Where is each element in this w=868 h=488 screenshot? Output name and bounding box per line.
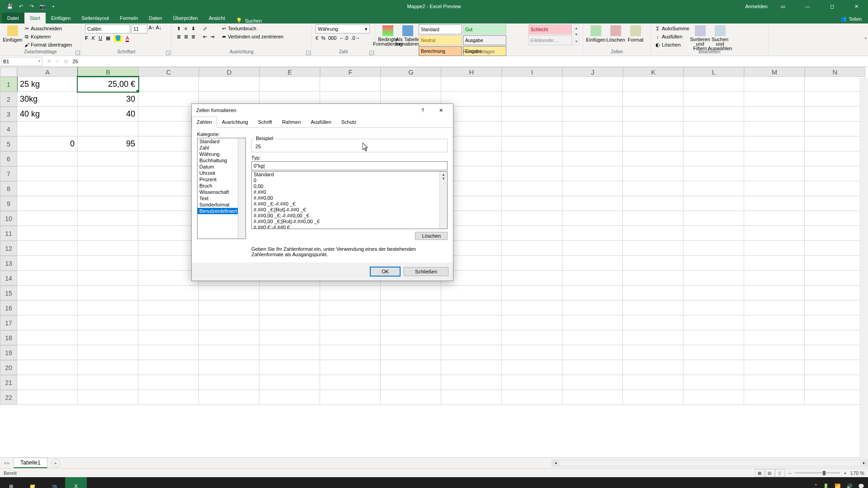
cell-C18[interactable] bbox=[138, 330, 199, 345]
row-header-3[interactable]: 3 bbox=[0, 107, 17, 122]
category-item[interactable]: Standard bbox=[198, 138, 245, 145]
tray-chevron-icon[interactable]: ˄ bbox=[815, 483, 817, 488]
cell-A21[interactable] bbox=[17, 375, 78, 390]
cell-L15[interactable] bbox=[684, 286, 744, 300]
tray-notifications-icon[interactable]: 💬 bbox=[858, 483, 864, 488]
cell-B16[interactable] bbox=[78, 300, 138, 315]
align-right-icon[interactable]: ≣ bbox=[190, 33, 196, 40]
zoom-slider[interactable] bbox=[795, 472, 840, 474]
cell-E21[interactable] bbox=[259, 375, 320, 390]
category-item[interactable]: Zahl bbox=[198, 145, 245, 151]
cell-L19[interactable] bbox=[684, 345, 744, 360]
cell-B1[interactable]: 25,00 € bbox=[78, 77, 138, 92]
cell-L10[interactable] bbox=[684, 211, 744, 226]
dialog-launcher-icon[interactable]: ↘ bbox=[369, 51, 374, 55]
cell-A3[interactable]: 40 kg bbox=[17, 107, 78, 122]
cell-N10[interactable] bbox=[805, 211, 865, 226]
cell-J13[interactable] bbox=[562, 256, 623, 271]
cell-A6[interactable] bbox=[17, 151, 78, 166]
tab-einfuegen[interactable]: Einfügen bbox=[46, 13, 76, 23]
cell-A10[interactable] bbox=[17, 211, 78, 226]
cell-N22[interactable] bbox=[805, 390, 865, 405]
row-header-9[interactable]: 9 bbox=[0, 196, 17, 211]
tray-volume-icon[interactable]: 🔊 bbox=[846, 483, 853, 488]
maximize-icon[interactable]: ◻ bbox=[823, 0, 841, 13]
minimize-icon[interactable]: — bbox=[798, 0, 816, 13]
cell-N18[interactable] bbox=[805, 330, 865, 345]
fx-icon[interactable]: fx bbox=[64, 59, 68, 64]
row-header-5[interactable]: 5 bbox=[0, 136, 17, 151]
row-header-16[interactable]: 16 bbox=[0, 300, 17, 315]
cell-J6[interactable] bbox=[562, 151, 623, 166]
cell-F17[interactable] bbox=[320, 315, 381, 330]
tab-formeln[interactable]: Formeln bbox=[114, 13, 143, 23]
cell-L1[interactable] bbox=[684, 77, 744, 92]
col-header-M[interactable]: M bbox=[744, 67, 805, 77]
tab-ansicht[interactable]: Ansicht bbox=[203, 13, 231, 23]
cell-E17[interactable] bbox=[259, 315, 320, 330]
cell-M17[interactable] bbox=[744, 315, 805, 330]
cell-L11[interactable] bbox=[684, 226, 744, 241]
cell-M4[interactable] bbox=[744, 122, 805, 136]
format-painter-button[interactable]: 🖌Format übertragen bbox=[24, 41, 72, 49]
cell-C5[interactable] bbox=[138, 136, 199, 151]
cell-J2[interactable] bbox=[562, 92, 623, 107]
sheet-nav-next-icon[interactable]: ▸ bbox=[7, 460, 10, 466]
page-layout-view-icon[interactable]: ▤ bbox=[765, 469, 775, 477]
cell-C1[interactable] bbox=[138, 77, 199, 92]
cell-G15[interactable] bbox=[381, 286, 441, 300]
orientation-icon[interactable]: ⤢ bbox=[202, 25, 208, 32]
cell-K17[interactable] bbox=[623, 315, 684, 330]
category-item[interactable]: Prozent bbox=[198, 176, 245, 183]
cell-B15[interactable] bbox=[78, 286, 138, 300]
zoom-out-icon[interactable]: − bbox=[788, 470, 791, 476]
save-icon[interactable]: 💾 bbox=[5, 2, 14, 11]
row-header-11[interactable]: 11 bbox=[0, 226, 17, 241]
dialog-launcher-icon[interactable]: ↘ bbox=[166, 51, 170, 55]
cell-E22[interactable] bbox=[259, 390, 320, 405]
typ-input[interactable] bbox=[251, 161, 448, 170]
row-header-8[interactable]: 8 bbox=[0, 181, 17, 196]
cell-N11[interactable] bbox=[805, 226, 865, 241]
row-header-4[interactable]: 4 bbox=[0, 122, 17, 136]
cell-B20[interactable] bbox=[78, 360, 138, 375]
category-item[interactable]: Uhrzeit bbox=[198, 170, 245, 176]
cell-K7[interactable] bbox=[623, 166, 684, 181]
cell-I1[interactable] bbox=[502, 77, 562, 92]
cell-L5[interactable] bbox=[684, 136, 744, 151]
cell-I2[interactable] bbox=[502, 92, 562, 107]
cell-I8[interactable] bbox=[502, 181, 562, 196]
col-header-K[interactable]: K bbox=[623, 67, 684, 77]
cell-N16[interactable] bbox=[805, 300, 865, 315]
enter-formula-icon[interactable]: ✓ bbox=[56, 58, 60, 64]
cell-D16[interactable] bbox=[199, 300, 259, 315]
comma-icon[interactable]: 000 bbox=[328, 35, 336, 41]
cell-A13[interactable] bbox=[17, 256, 78, 271]
row-header-15[interactable]: 15 bbox=[0, 286, 17, 300]
align-top-icon[interactable]: ⬆ bbox=[175, 25, 182, 32]
cell-M12[interactable] bbox=[744, 241, 805, 256]
delete-cells-button[interactable]: Löschen bbox=[607, 24, 625, 42]
row-header-17[interactable]: 17 bbox=[0, 315, 17, 330]
dialog-tab-schrift[interactable]: Schrift bbox=[253, 117, 277, 127]
ok-button[interactable]: OK bbox=[370, 267, 400, 276]
row-header-6[interactable]: 6 bbox=[0, 151, 17, 166]
row-header-13[interactable]: 13 bbox=[0, 256, 17, 271]
cell-G21[interactable] bbox=[381, 375, 441, 390]
cell-N15[interactable] bbox=[805, 286, 865, 300]
dialog-tab-schutz[interactable]: Schutz bbox=[336, 117, 362, 127]
cell-M3[interactable] bbox=[744, 107, 805, 122]
dialog-tab-ausfuellen[interactable]: Ausfüllen bbox=[306, 117, 336, 127]
cell-K9[interactable] bbox=[623, 196, 684, 211]
col-header-N[interactable]: N bbox=[805, 67, 865, 77]
insert-cells-button[interactable]: Einfügen bbox=[587, 24, 605, 42]
cell-B2[interactable]: 30 bbox=[78, 92, 138, 107]
bold-button[interactable]: F bbox=[85, 35, 88, 42]
cell-D21[interactable] bbox=[199, 375, 259, 390]
cell-J10[interactable] bbox=[562, 211, 623, 226]
clear-button[interactable]: ◐Löschen bbox=[655, 41, 689, 49]
increase-font-icon[interactable]: A↑ bbox=[148, 24, 155, 31]
cell-N2[interactable] bbox=[805, 92, 865, 107]
cell-A15[interactable] bbox=[17, 286, 78, 300]
cell-H22[interactable] bbox=[441, 390, 502, 405]
